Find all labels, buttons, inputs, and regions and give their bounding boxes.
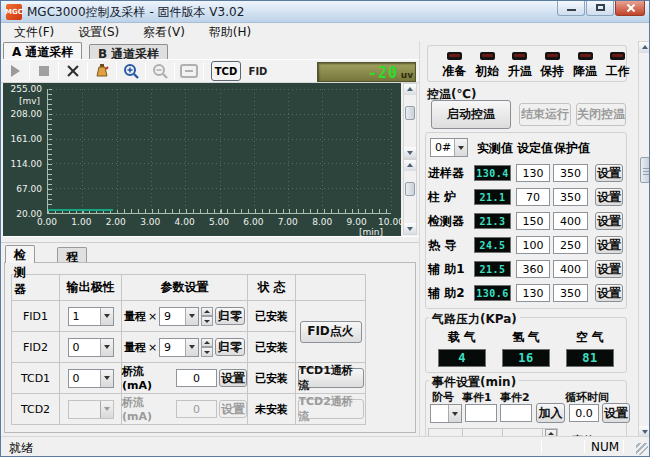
tcd2-bridge-input[interactable]: 0	[176, 400, 218, 418]
temp-actual-lcd: 24.5	[474, 237, 511, 253]
tcd1-bridge-input[interactable]: 0	[176, 369, 218, 387]
temp-row-name: 柱 炉	[428, 189, 472, 206]
temp-set-input[interactable]: 130	[516, 284, 550, 302]
scrollbar-thumb[interactable]	[405, 106, 415, 120]
status-num: NUM	[591, 440, 619, 454]
chevron-down-icon	[454, 139, 467, 156]
chart-scale-scrollbar-lower[interactable]	[403, 159, 417, 235]
event1-input[interactable]	[465, 404, 497, 422]
x-tick-label: 0.00	[37, 217, 57, 227]
close-temp-button[interactable]: 关闭控温	[576, 103, 626, 126]
event2-input[interactable]	[500, 404, 532, 422]
grid-line-vertical	[391, 89, 392, 213]
fid2-range-spinner[interactable]	[201, 338, 213, 357]
minimize-button[interactable]	[557, 1, 585, 16]
unit-selector[interactable]: 0#	[430, 138, 468, 157]
fid1-range-select[interactable]: 9	[159, 307, 199, 326]
event-table-partial: min min	[428, 428, 558, 436]
stage-select[interactable]	[430, 404, 462, 423]
temp-set-input[interactable]: 100	[516, 236, 550, 254]
temp-protect-input[interactable]: 350	[553, 164, 588, 182]
scrollbar-thumb[interactable]	[640, 157, 650, 183]
bridge-label: 桥流(mA)	[122, 395, 174, 423]
temp-set-button[interactable]: 设置	[595, 260, 623, 278]
temp-protect-input[interactable]: 400	[553, 260, 588, 278]
temp-set-button[interactable]: 设置	[595, 236, 623, 254]
maximize-icon	[596, 4, 605, 11]
cycle-set-button[interactable]: 设置	[602, 403, 630, 423]
temp-set-input[interactable]: 150	[516, 212, 550, 230]
led-indicator	[578, 52, 593, 60]
scroll-up-icon[interactable]	[639, 42, 650, 53]
close-button[interactable]	[615, 1, 645, 16]
tab-channel-b[interactable]: B 通道采样	[89, 44, 168, 59]
temp-protect-input[interactable]: 350	[553, 188, 588, 206]
fid2-range-select[interactable]: 9	[159, 338, 199, 357]
temp-set-button[interactable]: 设置	[595, 188, 623, 206]
scroll-down-icon[interactable]	[404, 223, 416, 234]
signal-lcd: -20 uv	[317, 62, 416, 82]
x-tick-label: 3.00	[140, 217, 160, 227]
tab-detector[interactable]: 检测器	[5, 245, 35, 263]
end-run-button[interactable]: 结束运行	[519, 103, 571, 126]
calibrate-button[interactable]	[92, 61, 112, 81]
event-table-spinner[interactable]	[545, 429, 557, 436]
maximize-button[interactable]	[586, 1, 614, 16]
fid1-polarity-select[interactable]: 1	[68, 307, 114, 326]
resize-grip[interactable]	[636, 443, 648, 455]
detector-row-name: FID1	[12, 301, 60, 332]
add-button[interactable]: 加入	[536, 403, 565, 423]
event-table-unit1: min	[463, 429, 503, 436]
temp-protect-input[interactable]: 350	[553, 284, 588, 302]
temp-set-button[interactable]: 设置	[595, 212, 623, 230]
tcd1-set-button[interactable]: 设置	[219, 369, 247, 387]
fid2-zero-button[interactable]: 归零	[215, 338, 245, 356]
scrollbar-thumb[interactable]	[405, 182, 415, 196]
tcd1-polarity-select[interactable]: 0	[68, 369, 114, 388]
signal-lcd-value: -20	[368, 64, 398, 82]
tcd2-polarity-select[interactable]	[68, 400, 114, 419]
stop-button[interactable]	[34, 61, 54, 81]
status-bar: 就绪 NUM	[1, 436, 649, 456]
fid-ignite-button[interactable]: FID点火	[300, 321, 362, 343]
grid-line-vertical	[288, 89, 289, 213]
menu-item-2[interactable]: 察看(V)	[134, 22, 194, 43]
temp-set-input[interactable]: 360	[516, 260, 550, 278]
led-indicator	[512, 52, 527, 60]
temp-set-input[interactable]: 70	[516, 188, 550, 206]
zoom-out-button[interactable]	[150, 61, 170, 81]
temp-set-button[interactable]: 设置	[595, 284, 623, 302]
tcd-toggle-button[interactable]: TCD	[211, 61, 241, 81]
tcd1-bridge-button[interactable]: TCD1通桥流	[298, 368, 364, 388]
delete-button[interactable]	[63, 61, 83, 81]
temp-set-input[interactable]: 130	[516, 164, 550, 182]
menu-item-3[interactable]: 帮助(H)	[200, 22, 260, 43]
tcd2-bridge-button[interactable]: TCD2通桥流	[298, 399, 364, 419]
detector-row-name: TCD2	[12, 394, 60, 425]
menu-item-1[interactable]: 设置(S)	[69, 22, 128, 43]
start-temp-button[interactable]: 启动控温	[431, 100, 511, 129]
fid1-zero-button[interactable]: 归零	[215, 307, 245, 325]
temp-protect-input[interactable]: 400	[553, 212, 588, 230]
scroll-up-icon[interactable]	[404, 160, 416, 171]
chart-scale-scrollbar-upper[interactable]	[403, 83, 417, 159]
temp-set-button[interactable]: 设置	[595, 164, 623, 182]
cycle-time-input[interactable]: 0.0	[569, 404, 599, 422]
splitter[interactable]	[1, 236, 419, 243]
fid2-polarity-select[interactable]: 0	[68, 338, 114, 357]
tab-temp-program[interactable]: 程序升温	[57, 247, 87, 263]
menu-item-0[interactable]: 文件(F)	[5, 22, 63, 43]
scroll-down-icon[interactable]	[404, 147, 416, 158]
fid1-range-spinner[interactable]	[201, 307, 213, 326]
tcd2-set-button[interactable]: 设置	[219, 400, 247, 418]
chevron-down-icon	[185, 308, 198, 325]
scroll-up-icon[interactable]	[404, 84, 416, 95]
temp-row-name: 热 导	[428, 237, 472, 254]
temp-protect-input[interactable]: 250	[553, 236, 588, 254]
tab-channel-a[interactable]: A 通道采样	[3, 42, 82, 59]
zoom-in-button[interactable]	[121, 61, 141, 81]
fid-toggle-button[interactable]: FID	[244, 66, 272, 77]
right-panel-scrollbar[interactable]	[638, 41, 650, 438]
start-button[interactable]	[5, 61, 25, 81]
display-button[interactable]	[179, 61, 199, 81]
